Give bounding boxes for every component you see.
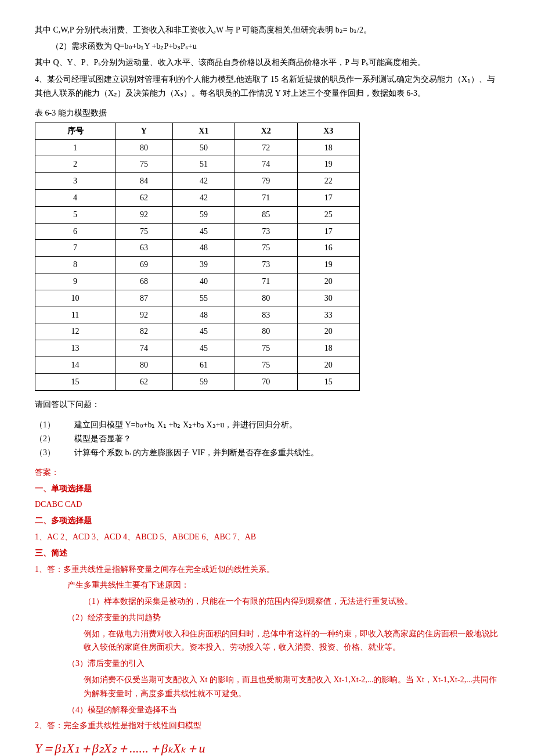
cell-r8-c0: 9 <box>35 273 116 290</box>
cell-r7-c0: 8 <box>35 257 116 273</box>
cell-r0-c2: 50 <box>172 139 234 156</box>
table-header-row: 序号 Y X1 X2 X3 <box>35 123 360 139</box>
cell-r14-c3: 70 <box>235 373 297 390</box>
cell-r9-c0: 10 <box>35 290 116 307</box>
intro-line-2: （2）需求函数为 Q=b₀+b₁Y +b₂P+b₃Pₛ+u <box>35 39 499 53</box>
cell-r1-c1: 75 <box>116 156 173 173</box>
intro-line-1: 其中 C,W,P 分别代表消费、工资收入和非工资收入,W 与 P 可能高度相关,… <box>35 23 499 37</box>
answer-section: 答案： 一、单项选择题 DCABC CAD 二、多项选择题 1、AC 2、ACD… <box>35 466 499 756</box>
question-1-text: 建立回归模型 Y=b₀+b₁ X₁ +b₂ X₂+b₃ X₃+u，并进行回归分析… <box>74 418 297 432</box>
question-3-num: （3） <box>35 446 70 460</box>
q1-causes-intro: 产生多重共线性主要有下述原因： <box>35 578 499 592</box>
cell-r11-c3: 80 <box>235 323 297 340</box>
col-header-y: Y <box>116 123 173 139</box>
cell-r12-c1: 74 <box>116 340 173 357</box>
cell-r8-c4: 20 <box>297 273 359 290</box>
cell-r11-c1: 82 <box>116 323 173 340</box>
table-row: 462427117 <box>35 189 360 206</box>
cell-r10-c4: 33 <box>297 307 359 323</box>
cell-r11-c0: 12 <box>35 323 116 340</box>
cell-r11-c4: 20 <box>297 323 359 340</box>
cell-r5-c0: 6 <box>35 223 116 240</box>
cell-r10-c0: 11 <box>35 307 116 323</box>
table-row: 1374457518 <box>35 340 360 357</box>
cell-r10-c1: 92 <box>116 307 173 323</box>
q1-cause4-title: （4）模型的解释变量选择不当 <box>35 703 499 717</box>
table-row: 1087558030 <box>35 290 360 307</box>
section1-answers: DCABC CAD <box>35 498 499 512</box>
cell-r6-c4: 16 <box>297 240 359 257</box>
formula-large: Y＝β₁X₁＋β₂X₂＋......＋βₖXₖ＋u <box>35 737 499 756</box>
col-header-seq: 序号 <box>35 123 116 139</box>
cell-r3-c3: 71 <box>235 189 297 206</box>
cell-r9-c1: 87 <box>116 290 173 307</box>
cell-r7-c2: 39 <box>172 257 234 273</box>
section2-label: 二、多项选择题 <box>35 514 499 528</box>
cell-r6-c2: 48 <box>172 240 234 257</box>
q1-cause2-title: （2）经济变量的共同趋势 <box>35 611 499 625</box>
table-row: 763487516 <box>35 240 360 257</box>
cell-r9-c3: 80 <box>235 290 297 307</box>
question-2-num: （2） <box>35 432 70 446</box>
table-row: 1282458020 <box>35 323 360 340</box>
table-row: 1562597015 <box>35 373 360 390</box>
table-row: 592598525 <box>35 206 360 223</box>
q1-cause1-title: （1）样本数据的采集是被动的，只能在一个有限的范围内得到观察值，无法进行重复试验… <box>35 595 499 609</box>
cell-r12-c2: 45 <box>172 340 234 357</box>
question-1: （1） 建立回归模型 Y=b₀+b₁ X₁ +b₂ X₂+b₃ X₃+u，并进行… <box>35 418 499 432</box>
cell-r7-c1: 69 <box>116 257 173 273</box>
cell-r5-c3: 73 <box>235 223 297 240</box>
cell-r2-c3: 79 <box>235 173 297 190</box>
cell-r10-c2: 48 <box>172 307 234 323</box>
cell-r8-c1: 68 <box>116 273 173 290</box>
col-header-x2: X2 <box>235 123 297 139</box>
cell-r4-c2: 59 <box>172 206 234 223</box>
cell-r14-c0: 15 <box>35 373 116 390</box>
col-header-x3: X3 <box>297 123 359 139</box>
cell-r4-c1: 92 <box>116 206 173 223</box>
cell-r5-c2: 45 <box>172 223 234 240</box>
cell-r2-c0: 3 <box>35 173 116 190</box>
cell-r8-c2: 40 <box>172 273 234 290</box>
cell-r13-c1: 80 <box>116 357 173 373</box>
table-row: 180507218 <box>35 139 360 156</box>
question-3-text: 计算每个系数 bᵢ 的方差膨胀因子 VIF，并判断是否存在多重共线性。 <box>74 446 319 460</box>
cell-r3-c2: 42 <box>172 189 234 206</box>
cell-r6-c0: 7 <box>35 240 116 257</box>
table-row: 384427922 <box>35 173 360 190</box>
page-container: 其中 C,W,P 分别代表消费、工资收入和非工资收入,W 与 P 可能高度相关,… <box>35 23 499 756</box>
data-table: 序号 Y X1 X2 X3 18050721827551741938442792… <box>35 123 360 391</box>
q1-cause2-detail: 例如，在做电力消费对收入和住房面积的回归时，总体中有这样的一种约束，即收入较高家… <box>35 627 499 655</box>
q1-label: 1、答：多重共线性是指解释变量之间存在完全或近似的线性关系。 <box>35 563 499 577</box>
cell-r3-c0: 4 <box>35 189 116 206</box>
table-row: 1192488333 <box>35 307 360 323</box>
cell-r13-c0: 14 <box>35 357 116 373</box>
cell-r9-c4: 30 <box>297 290 359 307</box>
cell-r4-c0: 5 <box>35 206 116 223</box>
cell-r14-c1: 62 <box>116 373 173 390</box>
questions-header: 请回答以下问题： <box>35 398 499 412</box>
cell-r13-c4: 20 <box>297 357 359 373</box>
cell-r7-c3: 73 <box>235 257 297 273</box>
answer-label: 答案： <box>35 466 499 480</box>
table-row: 968407120 <box>35 273 360 290</box>
cell-r0-c0: 1 <box>35 139 116 156</box>
table-row: 675457317 <box>35 223 360 240</box>
cell-r2-c4: 22 <box>297 173 359 190</box>
cell-r1-c4: 19 <box>297 156 359 173</box>
questions-block: （1） 建立回归模型 Y=b₀+b₁ X₁ +b₂ X₂+b₃ X₃+u，并进行… <box>35 418 499 459</box>
cell-r10-c3: 83 <box>235 307 297 323</box>
cell-r5-c4: 17 <box>297 223 359 240</box>
cell-r5-c1: 75 <box>116 223 173 240</box>
question-1-num: （1） <box>35 418 70 432</box>
cell-r3-c4: 17 <box>297 189 359 206</box>
table-title: 表 6-3 能力模型数据 <box>35 106 499 120</box>
table-row: 869397319 <box>35 257 360 273</box>
cell-r12-c4: 18 <box>297 340 359 357</box>
cell-r1-c2: 51 <box>172 156 234 173</box>
intro-line-3: 其中 Q、Y、P、Pₛ分别为运动量、收入水平、该商品自身价格以及相关商品价格水平… <box>35 56 499 70</box>
cell-r8-c3: 71 <box>235 273 297 290</box>
col-header-x1: X1 <box>172 123 234 139</box>
q2-label: 2、答：完全多重共线性是指对于线性回归模型 <box>35 719 499 733</box>
q1-cause3-detail: 例如消费不仅受当期可支配收入 Xt 的影响，而且也受前期可支配收入 Xt-1,X… <box>35 673 499 701</box>
